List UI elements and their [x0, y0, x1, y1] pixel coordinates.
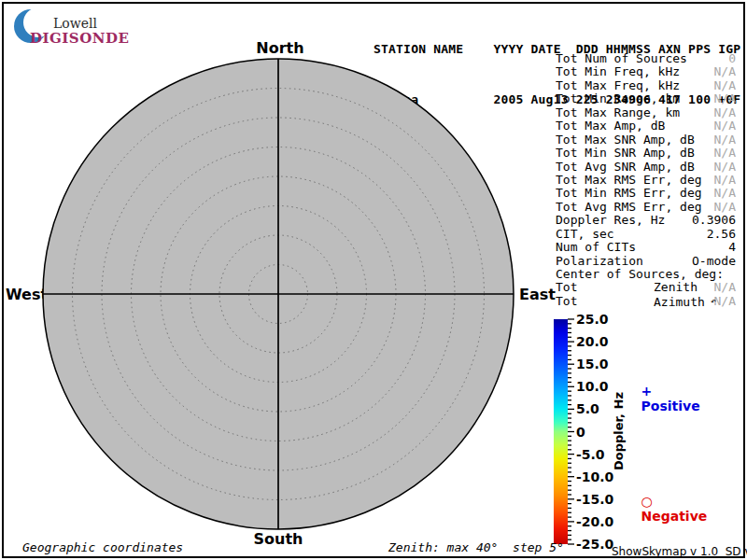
stat-value: N/A — [714, 295, 736, 308]
table-row: CIT, sec2.56 — [556, 228, 736, 241]
logo-text-digisonde: DIGISONDE — [30, 30, 129, 47]
stat-label: Tot Max SNR Amp, dB — [556, 133, 695, 147]
stat-value: N/A — [714, 147, 736, 160]
table-row: Center of Sources, deg: — [556, 268, 736, 281]
table-row: Tot Max RMS Err, degN/A — [556, 174, 736, 187]
colorbar-tick-label: 20.0 — [576, 333, 609, 350]
colorbar-tick-label: -15.0 — [576, 491, 613, 508]
stat-label: CIT, sec — [556, 228, 614, 241]
table-row: Tot Min RMS Err, degN/A — [556, 187, 736, 200]
stat-value: N/A — [714, 281, 736, 294]
colorbar-tick-label: 0 — [576, 424, 585, 441]
stat-label: Tot Min Freq, kHz — [556, 65, 680, 78]
stat-value: 2.56 — [707, 228, 736, 241]
legend-negative-label: Negative — [641, 509, 708, 524]
stat-value: 0.3906 — [692, 214, 736, 227]
stat-label: Tot Avg RMS Err, deg — [556, 201, 702, 214]
stat-label: Center of Sources, deg: — [556, 268, 724, 281]
legend-negative: ○ Negative — [623, 479, 707, 539]
lowell-digisonde-logo: Lowell DIGISONDE — [9, 6, 131, 45]
compass-label-south: South — [250, 530, 306, 548]
stat-label: Tot Num of Sources — [556, 52, 687, 65]
colorbar-tick-label: 5.0 — [576, 400, 599, 417]
table-row: Tot Avg SNR Amp, dBN/A — [556, 161, 736, 174]
stats-table: Tot Num of Sources0Tot Min Freq, kHzN/AT… — [556, 52, 736, 308]
stat-label: Tot — [556, 281, 577, 294]
stat-label: Tot Min SNR Amp, dB — [556, 147, 695, 160]
legend-positive-label: Positive — [641, 399, 700, 413]
table-row: Tot Max Amp, dBN/A — [556, 119, 736, 133]
doppler-colorbar — [554, 319, 568, 544]
stat-label: Tot Min Range, km — [556, 92, 680, 105]
stat-label: Tot — [556, 295, 577, 308]
legend-positive: + Positive — [623, 369, 700, 428]
table-row: Tot Min Range, kmN/A — [556, 92, 736, 105]
stat-value: N/A — [714, 201, 736, 214]
table-row: Tot Min SNR Amp, dBN/A — [556, 147, 736, 160]
compass-label-north: North — [252, 39, 308, 57]
colorbar-tick-label: -5.0 — [576, 446, 605, 463]
skymap-polar-plot — [42, 58, 514, 530]
table-row: Tot Max Freq, kHzN/A — [556, 79, 736, 92]
azimuth-rotation-icon: ↶ — [705, 296, 716, 306]
stat-value: O-mode — [692, 255, 736, 268]
showskymap-window: Lowell DIGISONDE STATION NAME YYYY DATE … — [0, 0, 747, 560]
colorbar-tick-label: 25.0 — [576, 311, 609, 328]
stat-label: Tot Min RMS Err, deg — [556, 187, 702, 200]
stat-value: N/A — [714, 92, 736, 105]
stat-label: Tot Avg SNR Amp, dB — [556, 161, 695, 174]
stat-label: Num of CITs — [556, 241, 636, 254]
stat-mid-label: Azimuth ↶ — [654, 295, 716, 310]
table-row: Tot Avg RMS Err, degN/A — [556, 201, 736, 214]
stat-value: N/A — [714, 174, 736, 187]
coordinates-mode-label: Geographic coordinates — [22, 540, 183, 554]
stat-value: 4 — [728, 241, 736, 254]
table-row: Tot Min Freq, kHzN/A — [556, 65, 736, 78]
stat-value: N/A — [714, 161, 736, 174]
stat-label: Tot Max Freq, kHz — [556, 79, 680, 92]
table-row: PolarizationO-mode — [556, 255, 736, 268]
stat-label: Polarization — [556, 255, 643, 268]
colorbar-tick-label: -25.0 — [576, 536, 613, 553]
negative-marker-icon: ○ — [641, 494, 653, 509]
stat-value: N/A — [714, 119, 736, 133]
table-row: Tot Max Range, kmN/A — [556, 106, 736, 119]
stat-value: N/A — [714, 79, 736, 92]
stat-mid-label: Zenith — [654, 281, 698, 295]
colorbar-tick-label: 15.0 — [576, 356, 609, 372]
stat-value: N/A — [714, 106, 736, 119]
colorbar-tick-label: 10.0 — [576, 378, 609, 395]
stat-label: Tot Max Range, km — [556, 106, 680, 119]
table-row: TotAzimuth ↶N/A — [556, 295, 736, 308]
logo-text-lowell: Lowell — [53, 16, 97, 31]
zenith-range-label: Zenith: max 40° step 5° — [388, 540, 564, 554]
colorbar-tick-label: -20.0 — [576, 513, 613, 530]
colorbar-tick-label: -10.0 — [576, 469, 613, 485]
stat-label: Tot Max RMS Err, deg — [556, 174, 702, 187]
version-label: ShowSkymap v 1.0 SD v 4.2 — [612, 545, 747, 558]
table-row: Tot Num of Sources0 — [556, 52, 736, 65]
table-row: Tot Max SNR Amp, dBN/A — [556, 133, 736, 147]
stat-value: 0 — [728, 52, 736, 65]
table-row: Num of CITs4 — [556, 241, 736, 254]
stat-value: N/A — [714, 133, 736, 147]
stat-label: Tot Max Amp, dB — [556, 119, 665, 133]
stat-label: Doppler Res, Hz — [556, 214, 665, 227]
table-row: TotZenithN/A — [556, 281, 736, 294]
stat-value: N/A — [714, 65, 736, 78]
positive-marker-icon: + — [641, 384, 653, 399]
table-row: Doppler Res, Hz0.3906 — [556, 214, 736, 227]
stat-value: N/A — [714, 187, 736, 200]
compass-label-west: West — [6, 286, 41, 303]
